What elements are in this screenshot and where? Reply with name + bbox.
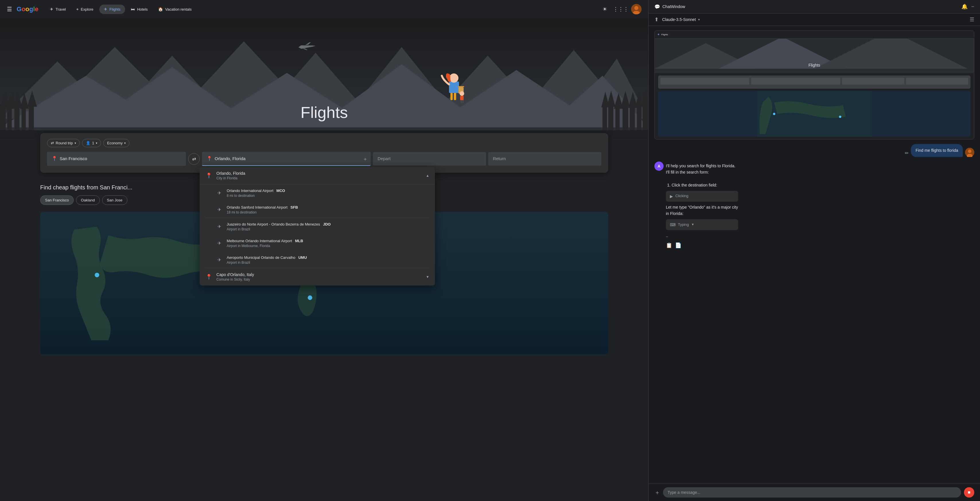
google-logo: Google	[17, 5, 38, 13]
chat-header: 💬 ChatWindow 🔔 −	[649, 0, 980, 13]
hotels-icon: 🛏	[131, 7, 135, 11]
airport-item-sfb[interactable]: ✈ Orlando Sanford International Airport …	[200, 201, 435, 218]
top-nav: ☰ Google ✈ Travel ⌖ Explore ✈ Flights 🛏 …	[0, 0, 648, 18]
svg-rect-62	[463, 100, 464, 103]
chat-share-button[interactable]: ⬆	[654, 16, 659, 23]
svg-point-59	[460, 91, 464, 96]
tab-vacation-rentals[interactable]: 🏠 Vacation rentals	[153, 5, 196, 14]
typing-expand-icon: ▼	[691, 222, 694, 227]
chip-san-francisco[interactable]: San Francisco	[40, 196, 74, 205]
dropdown-footer-title: Capo d'Orlando, Italy	[216, 272, 254, 277]
swap-button[interactable]: ⇄	[188, 153, 200, 165]
dropdown-footer-expand-icon: ▼	[426, 275, 429, 279]
flights-icon: ✈	[104, 7, 107, 11]
search-options-row: ⇄ Round trip ▾ 👤 1 ▾ Economy ▾	[47, 139, 601, 147]
return-field[interactable]: Return	[488, 152, 601, 165]
dropdown-airports-list: ✈ Orlando International Airport MCO 8 mi…	[200, 184, 435, 218]
chat-panel: 💬 ChatWindow 🔔 − ⬆ Claude-3.5-Sonnet ▼ ☰…	[648, 0, 980, 501]
nav-tabs: ✈ Travel ⌖ Explore ✈ Flights 🛏 Hotels 🏠 …	[45, 5, 599, 14]
airplane-icon-mlb: ✈	[216, 240, 223, 246]
tab-hotels[interactable]: 🛏 Hotels	[126, 5, 152, 14]
airplane-icon-jdo: ✈	[216, 224, 223, 229]
chip-oakland[interactable]: Oakland	[76, 196, 100, 205]
svg-point-65	[308, 296, 312, 300]
svg-rect-55	[449, 81, 459, 93]
chat-input-area: ＋ ■	[649, 484, 980, 501]
from-value: San Francisco	[60, 156, 181, 161]
explore-icon: ⌖	[76, 7, 79, 12]
add-destination-button[interactable]: ＋	[363, 156, 368, 162]
clicking-action: ▶ Clicking	[666, 191, 738, 202]
keyboard-icon: ⌨	[670, 221, 676, 228]
chat-header-actions: 🔔 −	[961, 3, 974, 10]
chat-input[interactable]	[663, 487, 961, 498]
airplane-icon: ✈	[216, 190, 223, 196]
travel-icon: ✈	[50, 7, 53, 11]
passengers-chevron: ▾	[96, 142, 97, 145]
flights-panel: ☰ Google ✈ Travel ⌖ Explore ✈ Flights 🛏 …	[0, 0, 648, 501]
dropdown-city-footer[interactable]: 📍 Capo d'Orlando, Italy Comune in Sicily…	[200, 268, 435, 286]
airplane-icon-sfb: ✈	[216, 207, 223, 212]
svg-point-75	[968, 150, 971, 153]
trip-type-button[interactable]: ⇄ Round trip ▾	[47, 139, 80, 147]
destination-dropdown: 📍 Orlando, Florida City in Florida ▲ ✈	[200, 167, 435, 286]
typing-action[interactable]: ⌨ Typing ▼	[666, 219, 738, 230]
clicking-label: Clicking	[675, 193, 689, 199]
ai-avatar: A	[654, 162, 663, 171]
depart-field[interactable]: Depart	[373, 152, 486, 165]
vacation-icon: 🏠	[158, 7, 163, 11]
svg-point-64	[95, 273, 99, 277]
chat-minimize-button[interactable]: −	[971, 4, 974, 10]
chat-menu-button[interactable]: ☰	[970, 16, 974, 23]
user-avatar-message	[965, 148, 974, 157]
attach-button[interactable]: ＋	[654, 489, 660, 496]
swap-icon: ⇄	[51, 141, 54, 145]
airport-item-mco[interactable]: ✈ Orlando International Airport MCO 8 mi…	[200, 184, 435, 201]
dropdown-collapse-icon: ▲	[426, 173, 429, 178]
search-inputs-row: 📍 San Francisco ⇄ 📍 Orlando, Florida ＋ �	[47, 152, 601, 166]
tab-flights[interactable]: ✈ Flights	[99, 5, 125, 14]
model-chevron-icon: ▼	[698, 18, 701, 21]
to-field[interactable]: 📍 Orlando, Florida	[202, 152, 371, 166]
screenshot-mini-form	[658, 75, 970, 89]
dropdown-city-title: Orlando, Florida	[216, 171, 245, 176]
tab-travel[interactable]: ✈ Travel	[45, 5, 71, 14]
assistant-message-1: A I'll help you search for flights to Fl…	[654, 162, 974, 250]
svg-point-73	[839, 116, 842, 118]
from-field[interactable]: 📍 San Francisco	[47, 152, 186, 166]
airport-item-jdo[interactable]: ✈ Juazeiro do Norte Airport - Orlando Be…	[200, 218, 435, 235]
typing-label: Typing	[678, 222, 689, 228]
hero-section: Flights	[0, 18, 648, 139]
chat-subheader: ⬆ Claude-3.5-Sonnet ▼ ☰	[649, 13, 980, 26]
copy-button[interactable]: 📋	[666, 241, 672, 250]
airport-item-mlb[interactable]: ✈ Melbourne Orlando International Airpor…	[200, 235, 435, 251]
dropdown-city-header[interactable]: 📍 Orlando, Florida City in Florida ▲	[200, 167, 435, 184]
document-button[interactable]: 📄	[675, 241, 681, 250]
send-icon: ■	[968, 490, 970, 495]
location-icon: 📍	[52, 156, 57, 161]
user-avatar[interactable]	[631, 4, 641, 14]
model-name: Claude-3.5-Sonnet	[662, 17, 696, 22]
chat-window-title: ChatWindow	[662, 4, 961, 9]
chat-window-icon: 💬	[654, 4, 660, 10]
apps-button[interactable]: ⋮⋮⋮	[615, 3, 627, 15]
passengers-button[interactable]: 👤 1 ▾	[82, 139, 101, 147]
hamburger-menu[interactable]: ☰	[7, 6, 12, 13]
chip-san-jose[interactable]: San Jose	[102, 196, 127, 205]
cabin-class-chevron: ▾	[124, 142, 126, 145]
theme-toggle-button[interactable]: ☀	[599, 3, 611, 15]
edit-message-button[interactable]: ✏	[905, 150, 908, 156]
send-button[interactable]: ■	[964, 487, 974, 498]
svg-point-72	[773, 113, 775, 115]
chat-bell-button[interactable]: 🔔	[961, 3, 968, 10]
screenshot-mini-map	[658, 91, 970, 137]
svg-point-1	[634, 6, 638, 10]
depart-placeholder: Depart	[377, 156, 390, 161]
airport-item-umu[interactable]: ✈ Aeroporto Municipal Orlando de Carvalh…	[200, 251, 435, 268]
assistant-bubble-1: I'll help you search for flights to Flor…	[666, 162, 738, 250]
tab-explore[interactable]: ⌖ Explore	[72, 5, 98, 14]
search-container: ⇄ Round trip ▾ 👤 1 ▾ Economy ▾ 📍 San Fra…	[40, 133, 608, 173]
model-selector[interactable]: Claude-3.5-Sonnet ▼	[662, 17, 966, 22]
passengers-icon: 👤	[86, 141, 91, 145]
cabin-class-button[interactable]: Economy ▾	[103, 139, 129, 147]
